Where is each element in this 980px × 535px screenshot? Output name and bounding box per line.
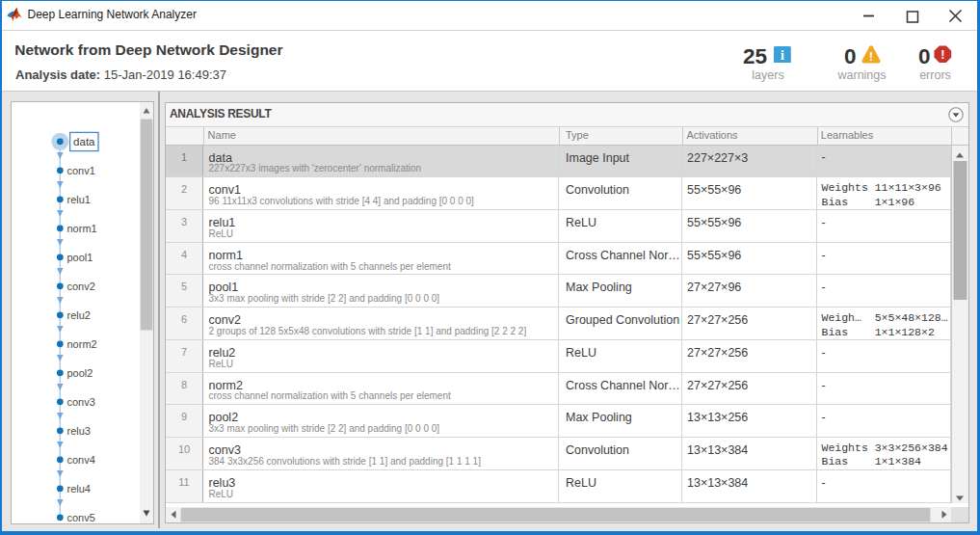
svg-text:conv5: conv5 [66,512,94,522]
svg-text:norm2: norm2 [66,338,96,350]
svg-text:conv4: conv4 [66,454,94,466]
svg-text:i: i [781,48,784,63]
svg-text:conv3: conv3 [66,396,94,408]
svg-text:relu1: relu1 [66,194,90,205]
svg-text:relu3: relu3 [66,425,90,437]
svg-text:pool2: pool2 [66,367,93,379]
svg-text:data: data [73,136,95,147]
svg-text:conv1: conv1 [66,165,94,176]
svg-text:norm1: norm1 [66,223,96,234]
svg-text:relu2: relu2 [66,309,90,321]
svg-text:!: ! [941,47,945,62]
svg-text:relu4: relu4 [66,483,90,495]
svg-text:!: ! [869,49,873,64]
svg-text:conv2: conv2 [66,281,94,292]
svg-text:pool1: pool1 [66,252,93,263]
